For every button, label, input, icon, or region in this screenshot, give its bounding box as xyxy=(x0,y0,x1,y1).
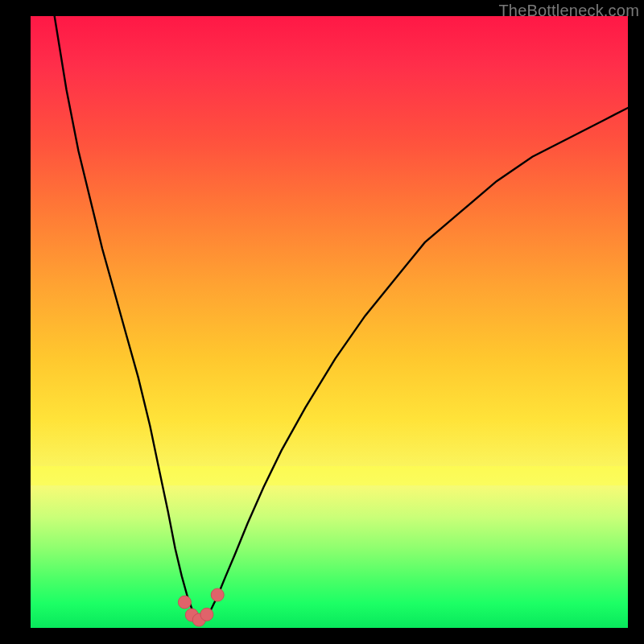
curve-marker xyxy=(211,588,224,601)
watermark-text: TheBottleneck.com xyxy=(498,2,639,20)
curve-marker xyxy=(200,608,213,621)
curve-layer xyxy=(31,16,628,628)
plot-area xyxy=(31,16,628,628)
chart-frame: TheBottleneck.com xyxy=(0,0,644,644)
bottleneck-curve xyxy=(55,16,628,621)
marker-layer xyxy=(178,588,224,626)
curve-marker xyxy=(178,596,191,609)
